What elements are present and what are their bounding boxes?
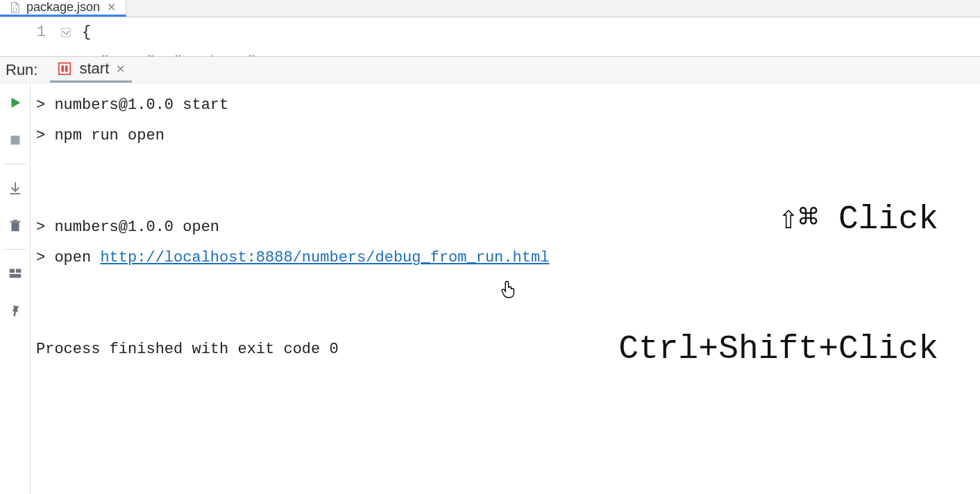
keyboard-hint-overlay: ⇧⌘ Click Ctrl+Shift+Click [618,111,938,457]
console-line: > numbers@1.0.0 start [36,96,228,114]
console-line: > numbers@1.0.0 open [36,219,219,236]
code-token: { [82,24,91,41]
run-tab-start[interactable]: start ✕ [50,57,132,83]
run-panel: > numbers@1.0.0 start > npm run open > n… [0,83,980,494]
hint-mac: ⇧⌘ Click [618,198,938,241]
code-editor[interactable]: 1 2 3 4 { "name": "numbers", "version": … [0,17,980,56]
run-toolbar [0,83,31,494]
stop-button[interactable] [6,130,25,150]
console-line: > npm run open [36,127,164,144]
pin-button[interactable] [1,298,28,325]
json-file-icon: {} [8,1,21,14]
svg-rect-3 [59,63,71,75]
line-number-gutter: 1 2 3 4 [0,17,62,56]
run-panel-header: Run: start ✕ [0,56,980,83]
run-button[interactable] [6,93,25,112]
console-url-link[interactable]: http://localhost:8888/numbers/debug_from… [100,249,549,266]
code-content[interactable]: { "name": "numbers", "version": "1.0.0",… [78,17,980,56]
editor-tab-close-icon[interactable]: ✕ [105,1,117,14]
run-tab-label: start [79,60,109,78]
line-number: 1 [0,17,46,48]
run-console[interactable]: > numbers@1.0.0 start > npm run open > n… [31,83,980,494]
scroll-to-end-button[interactable] [6,178,25,198]
svg-rect-5 [65,65,68,71]
fold-column [62,17,78,56]
editor-tab-package-json[interactable]: {} package.json ✕ [0,0,126,17]
svg-rect-6 [10,136,19,145]
svg-rect-7 [9,269,14,273]
line-number: 2 [0,48,46,56]
editor-tab-label: package.json [26,0,100,15]
run-panel-label: Run: [3,61,37,79]
layout-button[interactable] [6,264,25,283]
svg-rect-1 [62,28,71,37]
toolbar-separator [4,164,25,164]
svg-rect-4 [62,65,65,71]
editor-tab-bar: {} package.json ✕ [0,0,980,17]
svg-text:{}: {} [12,7,17,12]
npm-script-icon [57,61,72,76]
console-exit-line: Process finished with exit code 0 [36,341,339,358]
svg-rect-8 [15,269,20,273]
fold-toggle-icon[interactable] [60,26,72,39]
svg-rect-9 [9,274,21,278]
clear-all-button[interactable] [6,216,25,235]
run-tab-close-icon[interactable]: ✕ [116,62,125,76]
hint-win: Ctrl+Shift+Click [618,327,938,370]
toolbar-separator [4,249,25,250]
console-line-prefix: > open [36,249,100,266]
